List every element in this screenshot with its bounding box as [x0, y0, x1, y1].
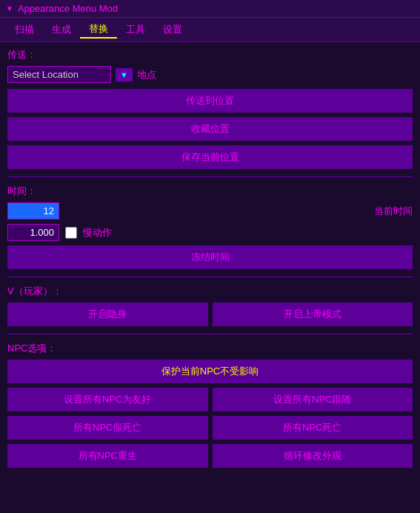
dropdown-arrow-btn[interactable]: ▼	[116, 68, 133, 82]
tab-scan[interactable]: 扫描	[6, 21, 43, 39]
npc-respawn-btn[interactable]: 所有NPC重生	[7, 444, 208, 468]
npc-label: NPC选项：	[7, 342, 413, 355]
tab-tools[interactable]: 工具	[117, 21, 154, 39]
app-title: Appearance Menu Mod	[18, 3, 118, 14]
godmode-btn[interactable]: 开启上帝模式	[213, 302, 413, 326]
divider-1	[7, 176, 413, 177]
location-select[interactable]: Select Location	[7, 66, 111, 83]
current-time-input[interactable]	[7, 202, 59, 219]
npc-follow-btn[interactable]: 设置所有NPC跟随	[213, 388, 413, 411]
npc-dead-btn[interactable]: 所有NPC死亡	[213, 416, 413, 440]
save-current-btn[interactable]: 保存当前位置	[7, 145, 413, 169]
slow-motion-label: 慢动作	[83, 226, 112, 239]
teleport-section: 传送： Select Location ▼ 地点 传送到位置 收藏位置 保存当前…	[7, 48, 413, 169]
divider-2	[7, 277, 413, 277]
tab-generate[interactable]: 生成	[43, 21, 80, 39]
npc-section: NPC选项： 保护当前NPC不受影响 设置所有NPC为友好 设置所有NPC跟随 …	[7, 342, 413, 468]
save-location-btn[interactable]: 收藏位置	[7, 117, 413, 141]
npc-appearance-btn[interactable]: 循环修改外观	[213, 444, 413, 468]
tab-bar: 扫描 生成 替换 工具 设置	[0, 18, 420, 42]
tab-settings[interactable]: 设置	[154, 21, 191, 39]
teleport-label: 传送：	[7, 48, 413, 62]
slow-motion-checkbox[interactable]	[65, 227, 77, 239]
current-time-label: 当前时间	[374, 205, 413, 218]
title-bar: ▼ Appearance Menu Mod	[0, 0, 420, 18]
npc-fakedead-btn[interactable]: 所有NPC假死亡	[7, 416, 208, 440]
teleport-btn[interactable]: 传送到位置	[7, 89, 413, 113]
tab-replace[interactable]: 替换	[80, 21, 117, 39]
divider-3	[7, 334, 413, 334]
time-section: 时间： 当前时间 慢动作 冻结时间	[7, 185, 413, 269]
time-label: 时间：	[7, 185, 413, 198]
npc-friendly-btn[interactable]: 设置所有NPC为友好	[7, 388, 208, 411]
title-arrow: ▼	[6, 4, 13, 13]
slow-motion-input[interactable]	[7, 224, 59, 241]
player-section: V（玩家）： 开启隐身 开启上帝模式	[7, 285, 413, 326]
protect-npc-btn[interactable]: 保护当前NPC不受影响	[7, 360, 413, 383]
freeze-time-btn[interactable]: 冻结时间	[7, 245, 413, 269]
location-label: 地点	[137, 68, 156, 82]
stealth-btn[interactable]: 开启隐身	[7, 302, 208, 326]
player-label: V（玩家）：	[7, 285, 413, 298]
